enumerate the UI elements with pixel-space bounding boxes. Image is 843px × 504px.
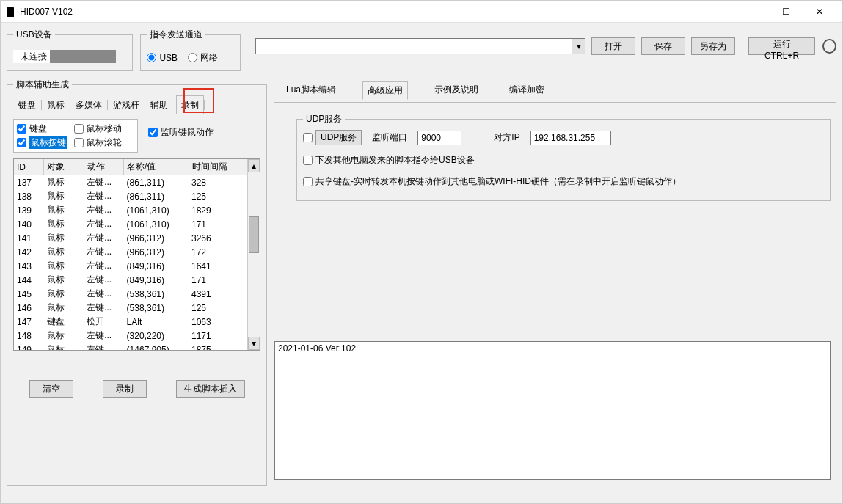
file-combo[interactable]: ▾: [255, 38, 585, 54]
window-title: HID007 V102: [20, 7, 735, 17]
log-output[interactable]: 2021-01-06 Ver:102: [274, 341, 831, 480]
file-input[interactable]: [256, 39, 572, 54]
script-tabs: 键盘 鼠标 多媒体 游戏杆 辅助 录制: [13, 95, 260, 114]
right-tabs: Lua脚本编辑 高级应用 示例及说明 编译加密: [274, 78, 836, 103]
ip-input[interactable]: [530, 131, 611, 145]
table-row[interactable]: 140鼠标左键...(1061,310)171: [14, 217, 247, 231]
table-row[interactable]: 141鼠标左键...(966,312)3266: [14, 231, 247, 245]
check-forward-script[interactable]: 下发其他电脑发来的脚本指令给USB设备: [303, 154, 475, 167]
table-row[interactable]: 148鼠标左键...(320,220)1171: [14, 329, 247, 343]
usb-legend: USB设备: [13, 29, 55, 41]
table-row[interactable]: 149鼠标左键...(1467,905)1875: [14, 343, 247, 351]
port-input[interactable]: [417, 131, 461, 145]
radio-usb[interactable]: USB: [147, 53, 178, 63]
table-row[interactable]: 145鼠标左键...(538,361)4391: [14, 287, 247, 301]
tab-multimedia[interactable]: 多媒体: [70, 95, 107, 114]
table-row[interactable]: 142鼠标左键...(966,312)172: [14, 245, 247, 259]
udp-legend: UDP服务: [303, 113, 345, 125]
saveas-button[interactable]: 另存为: [691, 37, 735, 55]
scroll-thumb[interactable]: [249, 216, 259, 253]
scroll-up-icon[interactable]: ▴: [248, 159, 260, 172]
clear-button[interactable]: 清空: [29, 380, 73, 398]
col-name[interactable]: 名称/值: [124, 159, 189, 175]
table-row[interactable]: 137鼠标左键...(861,311)328: [14, 175, 247, 190]
run-button[interactable]: 运行 CTRL+R: [748, 37, 815, 55]
col-obj[interactable]: 对象: [44, 159, 84, 175]
minimize-button[interactable]: ─: [735, 1, 769, 23]
script-helper-group: 脚本辅助生成 键盘 鼠标 多媒体 游戏杆 辅助 录制 键盘 鼠标移动: [7, 78, 267, 486]
check-keyboard[interactable]: 键盘: [17, 123, 68, 135]
script-legend: 脚本辅助生成: [13, 78, 72, 91]
check-mouse-move[interactable]: 鼠标移动: [74, 123, 125, 135]
tab-lua[interactable]: Lua脚本编辑: [282, 81, 340, 100]
table-row[interactable]: 147键盘松开LAlt1063: [14, 315, 247, 329]
col-act[interactable]: 动作: [84, 159, 123, 175]
check-listen[interactable]: 监听键鼠动作: [148, 126, 214, 139]
table-header: ID 对象 动作 名称/值 时间间隔: [14, 159, 247, 175]
table-row[interactable]: 144鼠标左键...(849,316)171: [14, 273, 247, 287]
record-button[interactable]: 录制: [103, 380, 147, 398]
table-row[interactable]: 143鼠标左键...(849,316)1641: [14, 259, 247, 273]
app-icon: [7, 7, 14, 17]
port-label: 监听端口: [372, 131, 407, 144]
radio-network[interactable]: 网络: [188, 51, 218, 64]
check-mouse-wheel[interactable]: 鼠标滚轮: [74, 136, 125, 149]
col-id[interactable]: ID: [14, 159, 44, 175]
channel-legend: 指令发送通道: [147, 29, 205, 41]
record-options: 键盘 鼠标移动 鼠标按键 鼠标滚轮: [13, 119, 138, 153]
app-window: HID007 V102 ─ ☐ ✕ USB设备 未连接 指令发送通道 USB 网…: [0, 0, 843, 504]
tab-compile[interactable]: 编译加密: [505, 81, 549, 100]
tab-assist[interactable]: 辅助: [145, 95, 173, 114]
table-scrollbar[interactable]: ▴ ▾: [247, 159, 260, 350]
tab-examples[interactable]: 示例及说明: [430, 81, 483, 100]
tab-keyboard[interactable]: 键盘: [13, 95, 41, 114]
status-indicator-icon: [822, 39, 836, 54]
scroll-down-icon[interactable]: ▾: [248, 337, 260, 350]
usb-device-group: USB设备 未连接: [7, 29, 133, 71]
tab-joystick[interactable]: 游戏杆: [108, 95, 145, 114]
title-bar: HID007 V102 ─ ☐ ✕: [1, 1, 842, 23]
open-button[interactable]: 打开: [591, 37, 635, 55]
close-button[interactable]: ✕: [803, 1, 836, 23]
col-time[interactable]: 时间间隔: [189, 159, 247, 175]
check-mouse-click[interactable]: 鼠标按键: [17, 136, 68, 149]
content-area: USB设备 未连接 指令发送通道 USB 网络 ▾ 打开 保存 另存为: [1, 23, 842, 503]
table-row[interactable]: 139鼠标左键...(1061,310)1829: [14, 203, 247, 217]
check-share-keyboard[interactable]: 共享键盘-实时转发本机按键动作到其他电脑或WIFI-HID硬件（需在录制中开启监…: [303, 175, 681, 188]
udp-group: UDP服务 UDP服务 监听端口 对方IP 下发其他电脑发来的脚本指令给USB设…: [296, 113, 831, 201]
maximize-button[interactable]: ☐: [769, 1, 803, 23]
ip-label: 对方IP: [494, 131, 519, 144]
save-button[interactable]: 保存: [641, 37, 685, 55]
usb-status: 未连接: [13, 50, 116, 63]
table-row[interactable]: 138鼠标左键...(861,311)125: [14, 189, 247, 203]
tab-mouse[interactable]: 鼠标: [42, 95, 70, 114]
tab-record[interactable]: 录制: [176, 95, 204, 114]
table-row[interactable]: 146鼠标左键...(538,361)125: [14, 301, 247, 315]
check-udp-service[interactable]: UDP服务: [303, 130, 362, 145]
file-toolbar: ▾ 打开 保存 另存为: [255, 37, 741, 55]
channel-group: 指令发送通道 USB 网络: [140, 29, 241, 71]
insert-script-button[interactable]: 生成脚本插入: [176, 380, 245, 398]
dropdown-arrow-icon[interactable]: ▾: [572, 39, 585, 54]
tab-advanced[interactable]: 高级应用: [362, 81, 408, 100]
record-table: ID 对象 动作 名称/值 时间间隔 137鼠标左键...(861,311)32…: [13, 158, 260, 351]
